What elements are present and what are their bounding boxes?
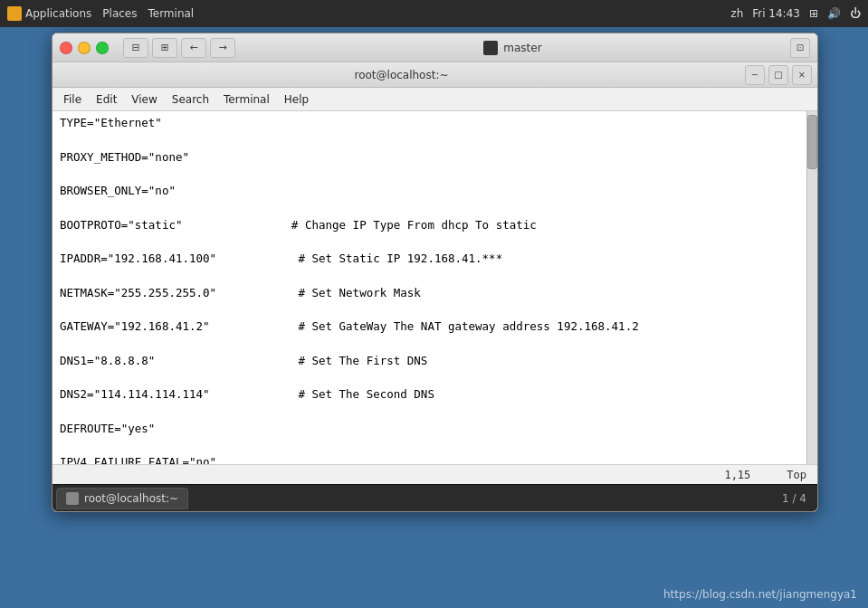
inner-window-controls: − □ ×: [745, 65, 812, 85]
system-bar: Applications Places Terminal zh Fri 14:4…: [0, 0, 868, 27]
line-6: NETMASK="255.255.255.0" # Set Network Ma…: [60, 285, 799, 302]
terminal-content-wrapper: TYPE="Ethernet​" PROXY_METHOD="none" BRO…: [52, 111, 817, 464]
desktop: Applications Places Terminal zh Fri 14:4…: [0, 0, 868, 608]
terminal-label: Terminal: [148, 7, 194, 20]
cursor-position: 1,15: [724, 469, 750, 481]
line-4: BOOTPROTO="static" # Change IP Type From…: [60, 217, 799, 234]
close-button[interactable]: [60, 42, 72, 54]
power-icon: ⏻: [850, 7, 861, 20]
system-bar-left: Applications Places Terminal: [7, 6, 194, 21]
title-bar-tools: ⊟ ⊞ ← →: [123, 38, 235, 58]
window-title-text: master: [503, 42, 541, 54]
fullscreen-button[interactable]: ⊡: [790, 38, 810, 58]
apps-icon: [7, 6, 22, 21]
window-title-bar: ⊟ ⊞ ← → master ⊡: [52, 33, 817, 62]
menu-file[interactable]: File: [56, 91, 89, 108]
menu-help[interactable]: Help: [277, 91, 316, 108]
back-button[interactable]: ←: [181, 38, 206, 58]
applications-label: Applications: [25, 7, 91, 20]
inner-maximize-button[interactable]: □: [768, 65, 788, 85]
clock: Fri 14:43: [752, 7, 800, 20]
line-9: DNS2="114.114.114.114" # Set The Second …: [60, 386, 799, 404]
language-indicator: zh: [730, 7, 743, 20]
terminal-menu[interactable]: Terminal: [148, 7, 194, 20]
terminal-tabs: root@localhost:~ 1 / 4: [52, 484, 817, 511]
tab-pages: 1 / 4: [782, 492, 814, 505]
inner-minimize-button[interactable]: −: [745, 65, 765, 85]
inner-close-button[interactable]: ×: [792, 65, 812, 85]
watermark: https://blog.csdn.net/jiangmengya1: [663, 588, 857, 601]
main-window: ⊟ ⊞ ← → master ⊡ root@localhost:~ − □ ×: [52, 33, 818, 512]
line-2: PROXY_METHOD="none": [60, 149, 799, 166]
network-icon: ⊞: [809, 7, 818, 20]
split-vertical-button[interactable]: ⊞: [152, 38, 177, 58]
status-right: 1,15 Top: [724, 469, 806, 481]
terminal-window-title: root@localhost:~: [58, 69, 745, 81]
menu-search[interactable]: Search: [165, 91, 216, 108]
line-5: IPADDR="192.168.41.100" # Set Static IP …: [60, 251, 799, 268]
line-11: IPV4_FAILURE_FATAL="no": [60, 454, 799, 464]
terminal-scrollbar[interactable]: [806, 111, 817, 464]
maximize-button[interactable]: [96, 42, 109, 54]
terminal-content[interactable]: TYPE="Ethernet​" PROXY_METHOD="none" BRO…: [52, 111, 806, 464]
applications-menu[interactable]: Applications: [7, 6, 91, 21]
forward-button[interactable]: →: [210, 38, 235, 58]
tab-icon: [66, 492, 79, 505]
scroll-position: Top: [787, 469, 806, 481]
line-7: GATEWAY="192.168.41.2" # Set GateWay The…: [60, 318, 799, 336]
menu-view[interactable]: View: [124, 91, 164, 108]
title-bar-right: ⊡: [790, 38, 810, 58]
line-3: BROWSER_ONLY="no": [60, 183, 799, 200]
terminal-title-bar: root@localhost:~ − □ ×: [52, 62, 817, 88]
terminal-menubar: File Edit View Search Terminal Help: [52, 88, 817, 111]
places-menu[interactable]: Places: [102, 7, 137, 20]
places-label: Places: [102, 7, 137, 20]
system-bar-right: zh Fri 14:43 ⊞ 🔊 ⏻: [730, 7, 861, 20]
window-controls: [60, 42, 109, 54]
minimize-button[interactable]: [78, 42, 91, 54]
window-title: master: [235, 41, 790, 55]
terminal-title-icon: [483, 41, 498, 55]
line-8: DNS1="8.8.8.8" # Set The First DNS: [60, 353, 799, 370]
terminal-status-bar: 1,15 Top: [52, 464, 817, 484]
line-1: TYPE="Ethernet​": [60, 115, 799, 132]
tab-root[interactable]: root@localhost:~: [56, 488, 188, 509]
line-10: DEFROUTE="yes": [60, 421, 799, 438]
menu-edit[interactable]: Edit: [89, 91, 124, 108]
menu-terminal[interactable]: Terminal: [216, 91, 277, 108]
scrollbar-thumb[interactable]: [807, 115, 817, 169]
volume-icon: 🔊: [827, 7, 841, 20]
tab-label: root@localhost:~: [84, 492, 178, 505]
split-horizontal-button[interactable]: ⊟: [123, 38, 148, 58]
